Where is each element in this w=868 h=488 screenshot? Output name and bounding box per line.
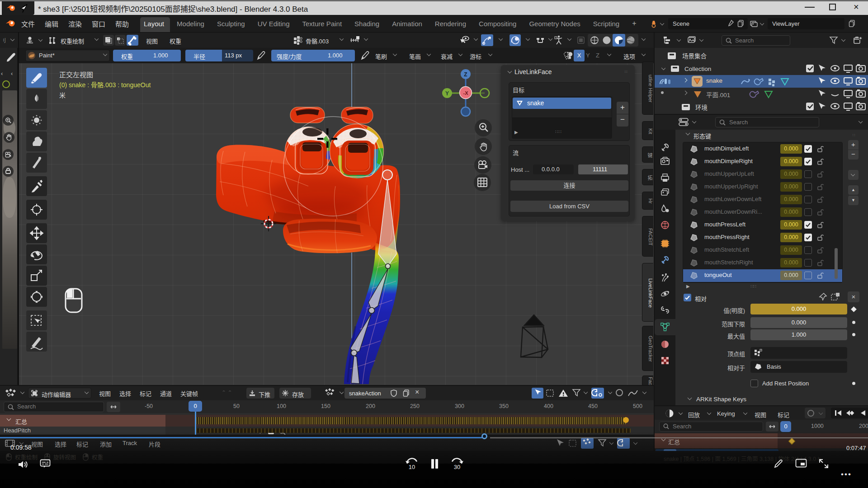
svg-text:Y: Y	[445, 90, 449, 97]
svg-text:10: 10	[409, 464, 415, 470]
svg-text:-X: -X	[463, 90, 469, 96]
svg-text:Z: Z	[464, 71, 467, 78]
svg-text:30: 30	[454, 464, 460, 470]
